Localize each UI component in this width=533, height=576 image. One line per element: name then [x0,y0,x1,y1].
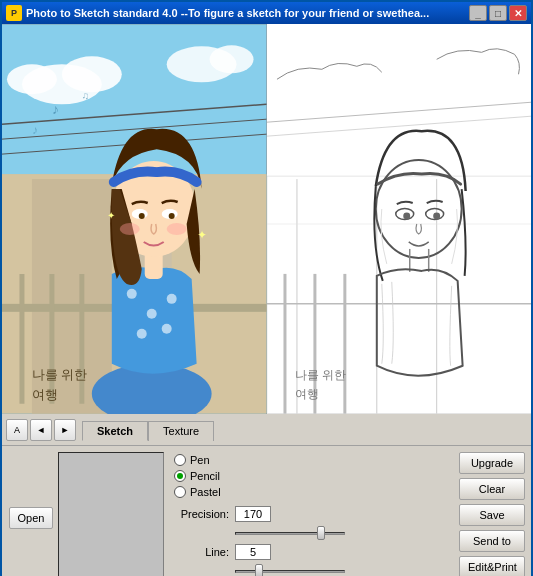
back-button[interactable]: ◄ [30,419,52,441]
svg-point-5 [210,45,254,73]
main-content: ♪ ♫ ♪ [2,24,531,576]
open-button[interactable]: Open [9,507,54,529]
precision-row: Precision: [174,506,449,522]
edit-print-button[interactable]: Edit&Print [459,556,525,576]
svg-point-2 [62,56,122,92]
tab-sketch[interactable]: Sketch [82,421,148,441]
open-btn-area: Open [6,450,56,576]
svg-text:나를 위한: 나를 위한 [32,367,87,382]
source-image: ♪ ♫ ♪ [2,24,267,414]
precision-label: Precision: [174,508,229,520]
precision-value[interactable] [235,506,271,522]
line-row: Line: [174,544,449,560]
svg-point-29 [139,213,145,219]
tab-bar: Sketch Texture [82,420,214,440]
radio-pastel-indicator [174,486,186,498]
toolbar: A ◄ ► Sketch Texture [2,414,531,446]
radio-pencil-label: Pencil [190,470,220,482]
svg-text:♪: ♪ [52,101,59,117]
save-button[interactable]: Save [459,504,525,526]
svg-point-3 [7,64,57,94]
label-a-button[interactable]: A [6,419,28,441]
clear-button[interactable]: Clear [459,478,525,500]
line-slider[interactable] [235,564,345,576]
window-title: Photo to Sketch standard 4.0 --To figure… [26,7,429,19]
svg-point-21 [147,309,157,319]
line-slider-row [174,564,449,576]
svg-text:나를 위한: 나를 위한 [294,368,345,382]
precision-slider-row [174,526,449,540]
minimize-button[interactable]: _ [469,5,487,21]
tab-texture[interactable]: Texture [148,421,214,441]
title-bar-left: P Photo to Sketch standard 4.0 --To figu… [6,5,429,21]
svg-point-52 [403,213,410,220]
radio-pen[interactable]: Pen [174,454,449,466]
image-area: ♪ ♫ ♪ [2,24,531,414]
radio-pen-indicator [174,454,186,466]
maximize-button[interactable]: □ [489,5,507,21]
svg-point-32 [167,223,187,235]
title-buttons: _ □ ✕ [469,5,527,21]
line-track [235,570,345,573]
upgrade-button[interactable]: Upgrade [459,452,525,474]
precision-track [235,532,345,535]
radio-pastel[interactable]: Pastel [174,486,449,498]
left-panel: Open [6,450,166,576]
radio-pastel-label: Pastel [190,486,221,498]
control-area: A ◄ ► Sketch Texture [2,414,531,576]
middle-panel: Pen Pencil Pastel Precision: [166,450,457,576]
svg-point-53 [433,213,440,220]
main-window: P Photo to Sketch standard 4.0 --To figu… [0,0,533,576]
title-bar: P Photo to Sketch standard 4.0 --To figu… [2,2,531,24]
svg-text:♪: ♪ [32,123,38,137]
precision-slider[interactable] [235,526,345,540]
bottom-controls: Open Pen Pencil [2,446,531,576]
app-icon: P [6,5,22,21]
svg-text:✦: ✦ [107,210,115,221]
line-value[interactable] [235,544,271,560]
svg-point-24 [162,324,172,334]
radio-pen-label: Pen [190,454,210,466]
close-button[interactable]: ✕ [509,5,527,21]
svg-text:♫: ♫ [82,90,89,101]
precision-thumb[interactable] [317,526,325,540]
svg-text:여행: 여행 [294,387,318,401]
svg-point-20 [127,289,137,299]
toolbar-left: A ◄ ► [6,419,76,441]
svg-point-22 [167,294,177,304]
radio-pencil-indicator [174,470,186,482]
svg-text:여행: 여행 [32,387,58,402]
radio-pencil[interactable]: Pencil [174,470,449,482]
right-buttons: Upgrade Clear Save Send to Edit&Print [457,450,527,576]
thumbnail-strip [58,452,164,576]
send-to-button[interactable]: Send to [459,530,525,552]
svg-point-31 [120,223,140,235]
line-thumb[interactable] [255,564,263,576]
svg-text:✦: ✦ [197,228,207,242]
line-label: Line: [174,546,229,558]
svg-point-30 [169,213,175,219]
svg-point-23 [137,329,147,339]
radio-group: Pen Pencil Pastel [174,454,449,498]
forward-button[interactable]: ► [54,419,76,441]
sketch-image: 나를 위한 여행 [267,24,532,414]
